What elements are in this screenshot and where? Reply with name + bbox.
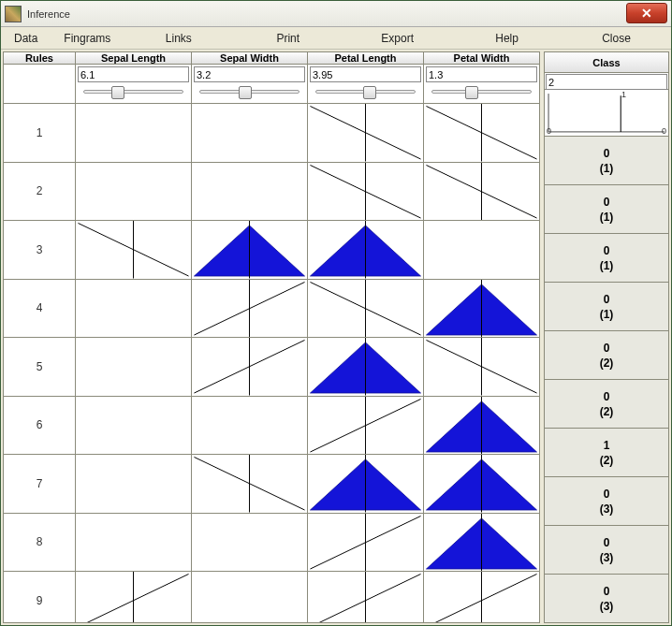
membership-cell	[308, 514, 424, 572]
rule-number: 4	[4, 280, 76, 338]
class-label: (3)	[600, 551, 614, 564]
rule-number: 6	[4, 397, 76, 455]
membership-cell	[192, 338, 308, 396]
input-cell-petal-length	[308, 65, 424, 103]
membership-cell	[192, 514, 308, 572]
membership-diag-up-icon	[192, 338, 307, 396]
class-result-row: 1(2)	[545, 429, 668, 477]
class-input[interactable]	[546, 74, 667, 90]
membership-cell	[192, 280, 308, 338]
membership-none-icon	[76, 280, 191, 338]
header-petal-length[interactable]: Petal Length	[308, 52, 424, 65]
header-sepal-length[interactable]: Sepal Length	[76, 52, 192, 65]
membership-cell	[424, 514, 539, 572]
class-label: (1)	[600, 259, 614, 272]
membership-cell	[424, 397, 539, 455]
membership-diag-down-icon	[424, 104, 539, 162]
class-chart-left: 0	[547, 126, 551, 136]
membership-diag-up-icon	[76, 572, 191, 623]
rule-row: 9	[4, 572, 539, 623]
sepal-width-slider[interactable]	[194, 84, 305, 101]
membership-cell	[76, 221, 192, 279]
close-icon: ✕	[641, 6, 652, 21]
menu-export[interactable]: Export	[343, 28, 452, 49]
membership-diag-down-icon	[192, 455, 307, 513]
rule-number: 3	[4, 221, 76, 279]
header-petal-width[interactable]: Petal Width	[424, 52, 539, 65]
class-result-row: 0(3)	[545, 477, 668, 526]
menu-data[interactable]: Data	[1, 28, 51, 49]
rule-number: 5	[4, 338, 76, 396]
membership-none-icon	[76, 104, 191, 162]
membership-none-icon	[76, 163, 191, 221]
input-cell-sepal-length	[76, 65, 192, 103]
class-output-chart: 0 0 1	[545, 90, 668, 137]
membership-none-icon	[76, 338, 191, 396]
sepal-width-input[interactable]	[194, 66, 305, 82]
header-sepal-width[interactable]: Sepal Width	[192, 52, 308, 65]
membership-cell	[76, 397, 192, 455]
class-result-row: 0(3)	[545, 575, 668, 622]
class-chart-svg	[545, 90, 668, 136]
rule-row: 2	[4, 163, 539, 222]
membership-none-icon	[192, 397, 307, 455]
petal-length-slider[interactable]	[310, 84, 421, 101]
rule-row: 1	[4, 104, 539, 163]
menu-print[interactable]: Print	[233, 28, 343, 49]
window-close-button[interactable]: ✕	[626, 3, 667, 23]
app-icon	[5, 6, 22, 22]
slider-thumb[interactable]	[465, 86, 478, 99]
class-label: (1)	[600, 308, 614, 321]
class-label: (2)	[600, 454, 614, 467]
class-label: (2)	[600, 357, 614, 370]
titlebar[interactable]: Inference ✕	[1, 1, 671, 27]
petal-width-input[interactable]	[426, 66, 537, 82]
membership-cell	[76, 280, 192, 338]
membership-cell	[424, 163, 539, 221]
membership-cell	[192, 397, 308, 455]
sepal-length-slider[interactable]	[78, 84, 189, 101]
membership-cell	[192, 572, 308, 623]
class-panel: Class 0 0 1 0(1)0(1)0(1)0(1)0(2)0(2)1(2)…	[544, 51, 669, 623]
membership-cell	[308, 104, 424, 162]
rule-row: 8	[4, 514, 539, 573]
slider-thumb[interactable]	[111, 86, 124, 99]
class-activation: 0	[604, 488, 610, 501]
membership-none-icon	[76, 514, 191, 572]
petal-length-input[interactable]	[310, 66, 421, 82]
membership-cell	[308, 572, 424, 623]
membership-cell	[192, 163, 308, 221]
membership-diag-down-icon	[308, 163, 423, 221]
sepal-length-input[interactable]	[78, 66, 189, 82]
class-label: (3)	[600, 502, 614, 516]
membership-cell	[308, 163, 424, 221]
class-activation: 0	[604, 293, 610, 306]
membership-cell	[76, 104, 192, 162]
petal-width-slider[interactable]	[426, 84, 537, 101]
slider-track	[431, 90, 532, 94]
class-chart-top: 1	[621, 90, 626, 99]
menu-help[interactable]: Help	[452, 28, 562, 49]
membership-tri-icon	[308, 455, 423, 513]
rule-row: 6	[4, 397, 539, 456]
membership-cell	[424, 455, 539, 513]
header-class[interactable]: Class	[545, 52, 668, 73]
class-label: (3)	[600, 600, 614, 613]
membership-cell	[308, 280, 424, 338]
membership-diag-down-icon	[424, 338, 539, 396]
class-result-row: 0(3)	[545, 526, 668, 575]
slider-thumb[interactable]	[363, 86, 376, 99]
rules-grid: 12345678910	[4, 104, 539, 623]
header-rules[interactable]: Rules	[4, 52, 76, 65]
menu-close[interactable]: Close	[562, 28, 671, 49]
menu-links[interactable]: Links	[124, 28, 233, 49]
menubar: Data Fingrams Links Print Export Help Cl…	[1, 27, 671, 50]
class-activation: 0	[604, 196, 610, 209]
class-activation: 0	[604, 536, 610, 549]
menu-fingrams[interactable]: Fingrams	[51, 28, 124, 49]
class-result-row: 0(2)	[545, 380, 668, 429]
rule-row: 4	[4, 280, 539, 339]
slider-thumb[interactable]	[239, 86, 252, 99]
membership-cell	[424, 572, 539, 623]
input-cell-petal-width	[424, 65, 539, 103]
